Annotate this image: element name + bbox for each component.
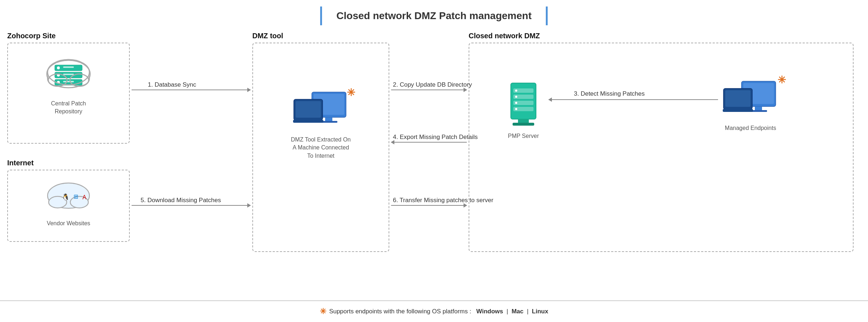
dmz-tool-section-label: DMZ tool (252, 32, 283, 40)
svg-point-39 (515, 108, 517, 110)
pmp-server-svg (505, 79, 541, 130)
arrow-5-label: 5. Download Missing Patches (141, 197, 221, 204)
zohocorp-box: Central PatchRepository (7, 43, 130, 144)
managed-endpoints-icon: ✳ Managed Endpoints (722, 79, 779, 132)
central-patch-repo-icon: Central PatchRepository (40, 54, 97, 116)
svg-rect-8 (63, 66, 74, 68)
svg-rect-30 (293, 120, 323, 123)
dmz-tool-icon: ✳ DMZ Tool Extracted OnA Machine Connect… (291, 90, 351, 160)
arrow-1-label: 1. Database Sync (148, 81, 196, 88)
cloud-server-svg (40, 54, 97, 97)
arrow-6-label: 6. Transfer Missing patches to server (393, 197, 493, 204)
asterisk-icon-dmz: ✳ (347, 87, 355, 99)
dmz-computers-svg (292, 90, 350, 130)
internet-box: 🐧 ⊞ A Vendor Websites (7, 170, 130, 242)
page-title: Closed network DMZ Patch management (320, 6, 548, 25)
arrow-4-line (391, 142, 467, 143)
dmz-tool-label: DMZ Tool Extracted OnA Machine Connected… (291, 136, 351, 160)
vendor-websites-icon: 🐧 ⊞ A Vendor Websites (40, 178, 97, 227)
vendor-cloud-svg: 🐧 ⊞ A (40, 178, 97, 217)
arrow-3-label: 3. Detect Missing Patches (574, 90, 645, 97)
svg-text:A: A (83, 194, 87, 200)
closed-network-section-label: Closed network DMZ (469, 32, 540, 40)
central-patch-repo-label: Central PatchRepository (40, 100, 97, 116)
svg-rect-47 (725, 90, 750, 107)
arrow-5-head (247, 203, 251, 208)
internet-section-label: Internet (7, 159, 34, 167)
svg-rect-11 (63, 74, 74, 75)
pmp-server-label: PMP Server (505, 132, 541, 140)
svg-rect-41 (513, 123, 534, 126)
dmz-tool-box: ✳ DMZ Tool Extracted OnA Machine Connect… (252, 43, 389, 252)
arrow-3-head (548, 97, 552, 102)
svg-rect-29 (296, 101, 321, 118)
svg-point-7 (57, 66, 60, 69)
svg-rect-14 (63, 81, 74, 82)
footer-text: Supports endpoints with the following OS… (329, 308, 548, 315)
arrow-5-line (132, 205, 251, 206)
arrow-3-line (549, 99, 718, 100)
arrow-1-line (132, 90, 251, 90)
svg-point-36 (515, 90, 517, 92)
arrow-6-line (391, 205, 467, 206)
svg-rect-48 (723, 109, 753, 112)
arrow-1-head (247, 88, 251, 92)
footer-bar: ✳ Supports endpoints with the following … (0, 300, 868, 322)
arrow-4-label: 4. Export Missing Patch Details (393, 134, 478, 141)
arrow-2-label: 2. Copy Update DB Directory (393, 81, 472, 88)
asterisk-icon-endpoints: ✳ (778, 74, 786, 86)
svg-point-38 (515, 102, 517, 104)
endpoints-computers-svg (722, 79, 779, 119)
arrow-2-line (391, 90, 467, 90)
svg-text:⊞: ⊞ (74, 193, 78, 200)
zohocorp-section-label: Zohocorp Site (7, 32, 56, 40)
pmp-server-icon: PMP Server (505, 79, 541, 140)
managed-endpoints-label: Managed Endpoints (722, 124, 779, 132)
vendor-websites-label: Vendor Websites (40, 219, 97, 227)
footer-asterisk: ✳ (320, 307, 326, 316)
svg-text:🐧: 🐧 (62, 193, 70, 201)
closed-network-box: PMP Server ✳ Managed Endpoints (469, 43, 854, 252)
svg-point-37 (515, 96, 517, 98)
